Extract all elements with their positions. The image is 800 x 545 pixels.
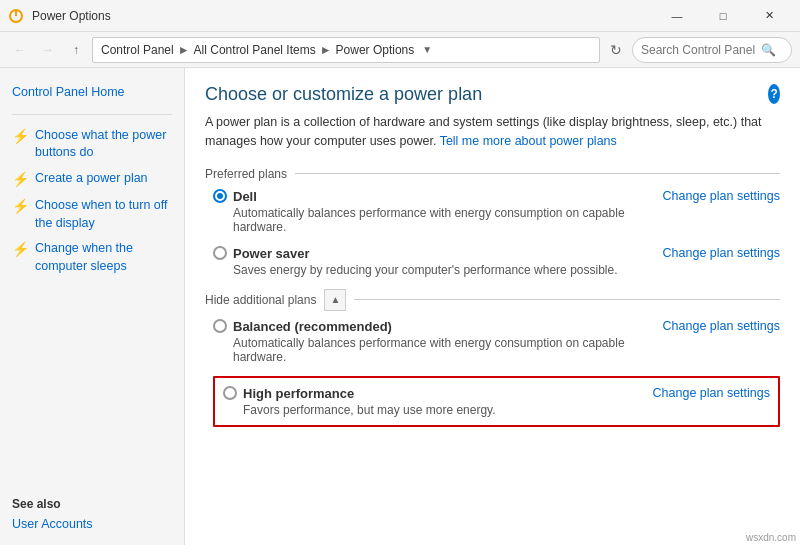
plan-balanced-change-link[interactable]: Change plan settings [663, 319, 780, 333]
plan-dell-desc: Automatically balances performance with … [233, 206, 663, 234]
breadcrumb-3: Power Options [336, 43, 415, 57]
breadcrumb-2: All Control Panel Items [194, 43, 316, 57]
plan-power-saver-desc: Saves energy by reducing your computer's… [233, 263, 618, 277]
plan-dell-change-link[interactable]: Change plan settings [663, 189, 780, 203]
title-bar: Power Options — □ ✕ [0, 0, 800, 32]
sidebar-item-sleep[interactable]: ⚡ Change when the computer sleeps [0, 236, 184, 279]
sidebar-item-home[interactable]: Control Panel Home [0, 80, 184, 106]
close-button[interactable]: ✕ [746, 0, 792, 32]
power-buttons-icon: ⚡ [12, 127, 29, 147]
content-area: Choose or customize a power plan A power… [185, 68, 800, 545]
plan-high-performance-radio-row: High performance [223, 386, 496, 401]
minimize-button[interactable]: — [654, 0, 700, 32]
back-button[interactable]: ← [8, 38, 32, 62]
forward-button[interactable]: → [36, 38, 60, 62]
sidebar-divider [12, 114, 172, 115]
turn-off-display-icon: ⚡ [12, 197, 29, 217]
plan-dell-left: Dell Automatically balances performance … [213, 189, 663, 234]
plan-power-saver-change-link[interactable]: Change plan settings [663, 246, 780, 260]
sidebar: Control Panel Home ⚡ Choose what the pow… [0, 68, 185, 545]
search-box[interactable]: 🔍 [632, 37, 792, 63]
maximize-button[interactable]: □ [700, 0, 746, 32]
additional-plans-header: Hide additional plans ▲ [205, 289, 780, 311]
additional-plans-label: Hide additional plans [205, 293, 316, 307]
create-plan-icon: ⚡ [12, 170, 29, 190]
sidebar-item-power-buttons[interactable]: ⚡ Choose what the power buttons do [0, 123, 184, 166]
sidebar-item-create-plan[interactable]: ⚡ Create a power plan [0, 166, 184, 194]
preferred-plans-label: Preferred plans [205, 167, 287, 181]
plan-balanced-name: Balanced (recommended) [233, 319, 392, 334]
address-path[interactable]: Control Panel ► All Control Panel Items … [92, 37, 600, 63]
search-icon: 🔍 [761, 43, 776, 57]
plan-high-performance-left: High performance Favors performance, but… [223, 386, 496, 417]
plan-high-performance: High performance Favors performance, but… [213, 376, 780, 427]
dropdown-arrow-icon[interactable]: ▼ [422, 44, 432, 55]
home-link-label: Control Panel Home [12, 84, 125, 102]
plan-balanced-left: Balanced (recommended) Automatically bal… [213, 319, 663, 364]
up-button[interactable]: ↑ [64, 38, 88, 62]
plan-dell-name: Dell [233, 189, 257, 204]
app-icon [8, 8, 24, 24]
plan-high-performance-radio[interactable] [223, 386, 237, 400]
plan-power-saver-radio-row: Power saver [213, 246, 618, 261]
plan-balanced-radio-row: Balanced (recommended) [213, 319, 663, 334]
breadcrumb-1: Control Panel [101, 43, 174, 57]
see-also-heading: See also [0, 489, 184, 515]
collapse-button[interactable]: ▲ [324, 289, 346, 311]
plan-high-performance-change-link[interactable]: Change plan settings [653, 386, 770, 400]
learn-more-link[interactable]: Tell me more about power plans [440, 134, 617, 148]
plan-power-saver-name: Power saver [233, 246, 310, 261]
sidebar-item-sleep-label: Change when the computer sleeps [35, 240, 172, 275]
sidebar-item-turn-off-display[interactable]: ⚡ Choose when to turn off the display [0, 193, 184, 236]
sep-1: ► [178, 43, 190, 57]
sidebar-item-turn-off-display-label: Choose when to turn off the display [35, 197, 172, 232]
user-accounts-label: User Accounts [12, 517, 93, 531]
address-bar: ← → ↑ Control Panel ► All Control Panel … [0, 32, 800, 68]
plan-dell-radio-row: Dell [213, 189, 663, 204]
sidebar-item-power-buttons-label: Choose what the power buttons do [35, 127, 172, 162]
plan-high-performance-desc: Favors performance, but may use more ene… [243, 403, 496, 417]
plan-dell-radio[interactable] [213, 189, 227, 203]
sidebar-item-create-plan-label: Create a power plan [35, 170, 148, 188]
plan-balanced: Balanced (recommended) Automatically bal… [213, 319, 780, 364]
refresh-button[interactable]: ↻ [604, 38, 628, 62]
sep-2: ► [320, 43, 332, 57]
plan-dell: Dell Automatically balances performance … [213, 189, 780, 234]
help-icon[interactable]: ? [768, 84, 780, 104]
window-controls: — □ ✕ [654, 0, 792, 32]
plan-high-performance-name: High performance [243, 386, 354, 401]
page-description: A power plan is a collection of hardware… [205, 113, 768, 151]
plan-power-saver-radio[interactable] [213, 246, 227, 260]
watermark: wsxdn.com [746, 532, 796, 543]
page-title: Choose or customize a power plan [205, 84, 768, 105]
sidebar-item-user-accounts[interactable]: User Accounts [0, 515, 184, 533]
plan-balanced-desc: Automatically balances performance with … [233, 336, 663, 364]
main-layout: Control Panel Home ⚡ Choose what the pow… [0, 68, 800, 545]
plan-power-saver-left: Power saver Saves energy by reducing you… [213, 246, 618, 277]
window-title: Power Options [32, 9, 646, 23]
plan-power-saver: Power saver Saves energy by reducing you… [213, 246, 780, 277]
search-input[interactable] [641, 43, 761, 57]
preferred-plans-header: Preferred plans [205, 167, 780, 181]
sleep-icon: ⚡ [12, 240, 29, 260]
plan-balanced-radio[interactable] [213, 319, 227, 333]
